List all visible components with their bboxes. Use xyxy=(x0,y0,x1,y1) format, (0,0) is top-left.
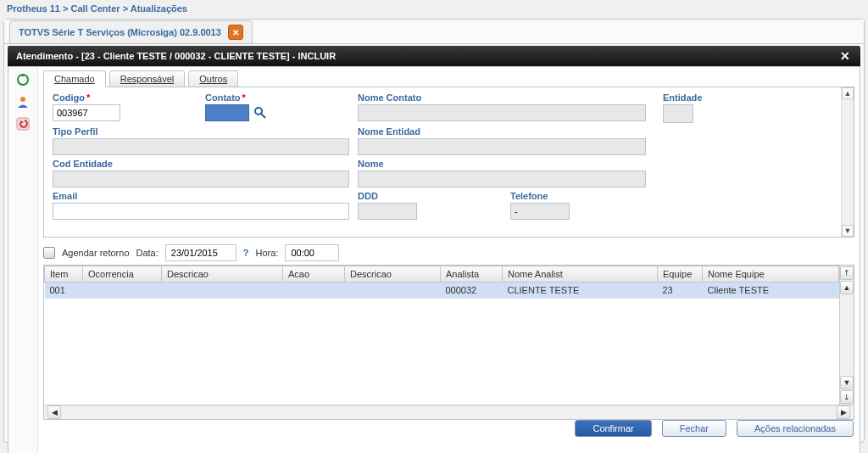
left-sidebar xyxy=(8,67,38,453)
close-button[interactable]: Fechar xyxy=(662,420,726,437)
grid-down-icon[interactable]: ▼ xyxy=(840,376,854,389)
label-agendar: Agendar retorno xyxy=(62,248,130,258)
grid-left-icon[interactable]: ◀ xyxy=(47,405,61,419)
data-field[interactable] xyxy=(165,244,236,261)
label-telefone: Telefone xyxy=(510,191,663,201)
tab-responsavel[interactable]: Responsável xyxy=(109,70,186,87)
label-data: Data: xyxy=(136,248,159,258)
form-vscroll[interactable]: ▲ ▼ xyxy=(841,87,854,237)
close-window-button[interactable]: ✕ xyxy=(838,49,852,63)
col-descricao2[interactable]: Descricao xyxy=(345,266,441,282)
related-actions-button[interactable]: Ações relacionadas xyxy=(737,420,854,437)
grid-vscroll[interactable]: ⤒ ▲ ▼ ⤓ xyxy=(839,266,854,405)
tipo-perfil-field xyxy=(53,138,349,155)
col-ocorrencia[interactable]: Ocorrencia xyxy=(83,266,162,282)
module-tab[interactable]: TOTVS Série T Serviços (Microsiga) 02.9.… xyxy=(9,20,253,43)
grid-first-icon[interactable]: ⤒ xyxy=(840,266,854,280)
nome-contato-field xyxy=(358,104,646,121)
confirm-button[interactable]: Confirmar xyxy=(575,420,651,437)
label-hora: Hora: xyxy=(256,248,279,258)
col-equipe[interactable]: Equipe xyxy=(658,266,703,282)
label-tipo-perfil: Tipo Perfil xyxy=(53,126,358,137)
window-titlebar: Atendimento - [23 - Cliente TESTE / 0000… xyxy=(8,46,860,66)
details-grid[interactable]: Item Ocorrencia Descricao Acao Descricao… xyxy=(44,266,839,299)
svg-point-3 xyxy=(255,108,262,115)
label-contato: Contato* xyxy=(205,92,358,103)
date-help-icon[interactable]: ? xyxy=(243,248,249,258)
col-acao[interactable]: Acao xyxy=(283,266,345,282)
cod-entidade-field xyxy=(53,171,349,187)
ddd-field xyxy=(358,203,417,220)
col-descricao1[interactable]: Descricao xyxy=(162,266,283,282)
breadcrumb: Protheus 11 > Call Center > Atualizações xyxy=(0,0,868,17)
label-cod-entidade: Cod Entidade xyxy=(53,159,358,169)
col-nome-equipe[interactable]: Nome Equipe xyxy=(703,266,839,282)
grid-hscroll[interactable]: ◀ ▶ xyxy=(43,405,854,420)
label-entidade: Entidade xyxy=(663,92,748,103)
lookup-contato-button[interactable] xyxy=(253,105,268,120)
module-tab-label: TOTVS Série T Serviços (Microsiga) 02.9.… xyxy=(19,27,221,37)
grid-right-icon[interactable]: ▶ xyxy=(837,405,850,419)
codigo-field[interactable] xyxy=(53,104,120,121)
breadcrumb-level-2[interactable]: Call Center xyxy=(71,3,120,14)
close-module-tab-button[interactable]: ✕ xyxy=(228,25,243,40)
table-row[interactable]: 001 000032 CLIENTE TESTE 23 Cliente TEST… xyxy=(45,282,839,299)
label-nome-contato: Nome Contato xyxy=(358,92,663,103)
refresh-icon[interactable] xyxy=(15,72,31,87)
breadcrumb-level-1[interactable]: Protheus 11 xyxy=(7,3,60,14)
hora-field[interactable] xyxy=(285,244,339,261)
label-nome: Nome xyxy=(358,159,663,169)
entidade-field xyxy=(663,104,693,123)
window-title: Atendimento - [23 - Cliente TESTE / 0000… xyxy=(16,51,336,61)
label-email: Email xyxy=(53,191,358,201)
telefone-field xyxy=(510,203,570,220)
inner-tabstrip: Chamado Responsável Outros xyxy=(38,67,860,87)
tab-chamado[interactable]: Chamado xyxy=(43,70,106,87)
tab-outros[interactable]: Outros xyxy=(188,70,238,87)
undo-icon[interactable] xyxy=(15,116,31,131)
col-item[interactable]: Item xyxy=(45,266,83,282)
label-nome-entidad: Nome Entidad xyxy=(358,126,663,137)
svg-line-4 xyxy=(261,114,265,118)
agendar-retorno-checkbox[interactable] xyxy=(43,247,55,259)
user-icon[interactable] xyxy=(15,94,31,109)
scroll-up-icon[interactable]: ▲ xyxy=(842,87,854,99)
nome-entidad-field xyxy=(358,138,646,155)
svg-point-1 xyxy=(20,97,25,102)
email-field[interactable] xyxy=(53,203,349,220)
col-analista[interactable]: Analista xyxy=(441,266,503,282)
contato-field[interactable] xyxy=(205,104,249,121)
label-ddd: DDD xyxy=(358,191,510,201)
grid-up-icon[interactable]: ▲ xyxy=(840,281,854,294)
nome-field xyxy=(358,171,646,187)
grid-last-icon[interactable]: ⤓ xyxy=(840,390,854,404)
label-codigo: Codigo* xyxy=(53,92,205,103)
breadcrumb-level-3[interactable]: Atualizações xyxy=(131,3,187,14)
scroll-down-icon[interactable]: ▼ xyxy=(842,225,854,237)
col-nome-analist[interactable]: Nome Analist xyxy=(503,266,658,282)
